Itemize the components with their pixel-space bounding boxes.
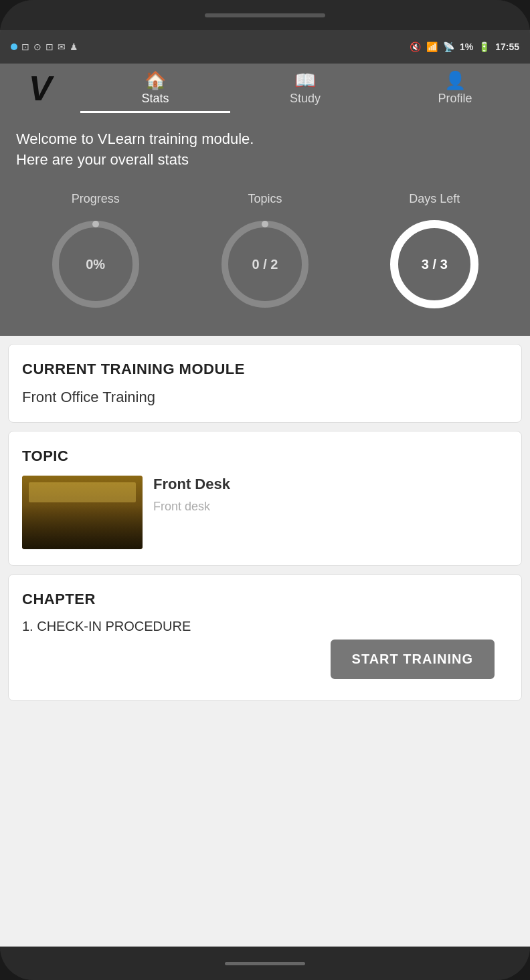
tab-study-label: Study (290, 92, 321, 106)
days-left-circle: 3 / 3 (384, 214, 484, 314)
phone-frame: ⊡ ⊙ ⊡ ✉ ♟ 🔇 📶 📡 1% 🔋 17:55 V 🏠 (0, 0, 530, 980)
status-left-icons: ⊡ ⊙ ⊡ ✉ ♟ (11, 41, 78, 52)
status-right-icons: 🔇 📶 📡 1% 🔋 17:55 (410, 41, 519, 52)
flipboard-icon: ⊡ (21, 41, 29, 52)
notch-bar (0, 0, 530, 30)
welcome-text: Welcome to VLearn training module. Here … (16, 129, 514, 171)
bottom-indicator (225, 962, 305, 965)
topic-text: Front Desk Front desk (153, 476, 230, 514)
tab-profile[interactable]: 👤 Profile (380, 64, 530, 113)
google-icon: ⊙ (33, 41, 41, 52)
topic-image-lobby-bg (22, 476, 143, 549)
welcome-line1: Welcome to VLearn training module. (16, 130, 254, 147)
battery-icon: 🔋 (478, 41, 490, 52)
content-area: CURRENT TRAINING MODULE Front Office Tra… (0, 336, 530, 947)
topic-section-title: TOPIC (22, 448, 508, 465)
start-training-button[interactable]: START TRAINING (331, 640, 495, 679)
welcome-line2: Here are your overall stats (16, 151, 189, 168)
stats-header: Welcome to VLearn training module. Here … (0, 113, 530, 181)
chapter-item: 1. CHECK-IN PROCEDURE (22, 619, 508, 634)
logo-v-letter: V (29, 71, 52, 106)
progress-label: Progress (72, 192, 120, 206)
tab-study[interactable]: 📖 Study (230, 64, 380, 113)
topic-content: Front Desk Front desk (22, 476, 508, 549)
app-logo: V (0, 64, 80, 113)
days-left-value: 3 / 3 (422, 256, 448, 272)
tab-stats[interactable]: 🏠 Stats (80, 64, 230, 113)
topics-circle: 0 / 2 (215, 214, 315, 314)
flipboard2-icon: ⊡ (46, 41, 54, 52)
tab-stats-label: Stats (141, 92, 169, 106)
status-dot (11, 43, 17, 50)
current-module-value: Front Office Training (22, 389, 508, 406)
nav-bar: V 🏠 Stats 📖 Study 👤 Profile (0, 64, 530, 113)
tab-profile-label: Profile (438, 92, 472, 106)
topics-label: Topics (248, 192, 282, 206)
notch-indicator (205, 13, 325, 17)
topic-subtitle: Front desk (153, 500, 230, 514)
gmail-icon: ✉ (58, 41, 66, 52)
time-display: 17:55 (495, 41, 519, 52)
topics-value: 0 / 2 (252, 256, 278, 272)
home-icon: 🏠 (145, 72, 166, 89)
progress-circle: 0% (46, 214, 146, 314)
stat-days-left: Days Left 3 / 3 (384, 192, 484, 314)
current-module-card: CURRENT TRAINING MODULE Front Office Tra… (8, 344, 522, 423)
topic-image (22, 476, 143, 549)
signal-icon: 📡 (443, 41, 454, 52)
battery-percent: 1% (460, 41, 473, 52)
person-icon: 👤 (444, 72, 466, 89)
key-icon: ♟ (70, 41, 78, 52)
progress-value: 0% (86, 256, 105, 272)
book-icon: 📖 (294, 72, 316, 89)
bottom-bar (0, 947, 530, 980)
status-bar: ⊡ ⊙ ⊡ ✉ ♟ 🔇 📶 📡 1% 🔋 17:55 (0, 30, 530, 64)
topic-card: TOPIC Front Desk Front desk (8, 431, 522, 566)
stat-topics: Topics 0 / 2 (215, 192, 315, 314)
days-left-label: Days Left (409, 192, 460, 206)
chapter-card: CHAPTER 1. CHECK-IN PROCEDURE START TRAI… (8, 574, 522, 701)
stat-progress: Progress 0% (46, 192, 146, 314)
wifi-icon: 📶 (426, 41, 438, 52)
chapter-section-title: CHAPTER (22, 591, 508, 608)
current-module-title: CURRENT TRAINING MODULE (22, 361, 508, 378)
nav-tabs: 🏠 Stats 📖 Study 👤 Profile (80, 64, 530, 113)
screen: ⊡ ⊙ ⊡ ✉ ♟ 🔇 📶 📡 1% 🔋 17:55 V 🏠 (0, 30, 530, 947)
stats-circles: Progress 0% Topics 0 / 2 (0, 181, 530, 336)
mute-icon: 🔇 (410, 41, 421, 52)
topic-title: Front Desk (153, 476, 230, 493)
